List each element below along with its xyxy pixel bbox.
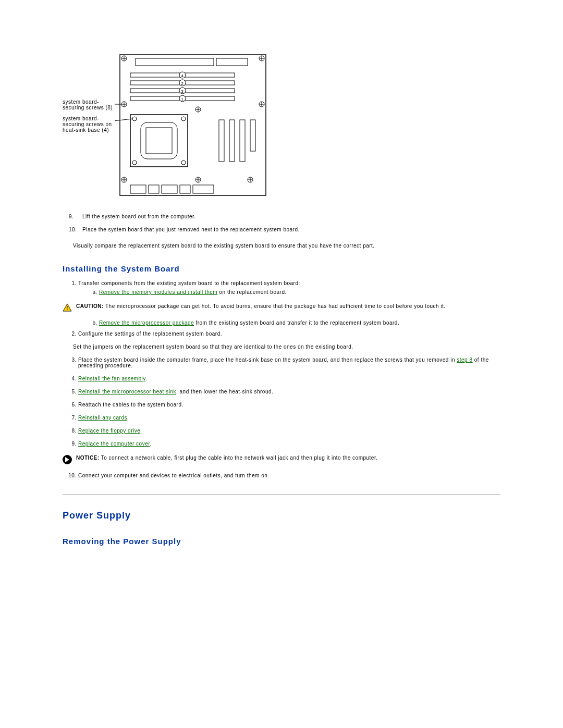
notice-note: NOTICE: To connect a network cable, firs… — [63, 455, 500, 464]
notice-icon — [63, 455, 72, 464]
section-divider — [63, 494, 500, 495]
install-step-10: Connect your computer and devices to ele… — [78, 473, 500, 478]
svg-rect-25 — [250, 120, 255, 151]
svg-rect-28 — [162, 185, 177, 193]
svg-rect-22 — [219, 120, 224, 162]
notice-text: To connect a network cable, first plug t… — [100, 455, 378, 461]
motherboard-diagram-svg: 4 2 3 1 — [115, 52, 271, 198]
svg-line-56 — [115, 119, 132, 121]
step-text: Place the system board that you just rem… — [82, 227, 300, 232]
svg-rect-24 — [240, 120, 245, 162]
step-text: Lift the system board out from the compu… — [82, 214, 196, 219]
svg-point-20 — [132, 161, 137, 165]
svg-rect-1 — [136, 58, 214, 66]
svg-rect-30 — [193, 185, 214, 193]
install-step-8: Replace the floppy drive. — [78, 428, 500, 434]
caution-text: The microprocessor package can get hot. … — [104, 303, 446, 309]
svg-rect-26 — [130, 185, 146, 193]
install-step-4: Reinstall the fan assembly. — [78, 376, 500, 381]
reinstall-heatsink-link[interactable]: Reinstall the microprocessor heat sink — [78, 389, 176, 394]
replace-cover-link[interactable]: Replace the computer cover — [78, 441, 150, 447]
install-step-1: Transfer components from the existing sy… — [78, 280, 500, 295]
svg-point-18 — [132, 117, 137, 121]
install-steps: Transfer components from the existing sy… — [63, 280, 500, 295]
step-8-link[interactable]: step 8 — [457, 357, 472, 363]
svg-point-19 — [181, 117, 186, 121]
power-supply-heading: Power Supply — [63, 510, 500, 521]
caution-note: ! CAUTION: The microprocessor package ca… — [63, 303, 500, 312]
reinstall-cards-link[interactable]: Reinstall any cards — [78, 415, 127, 421]
step-number: 9. — [69, 214, 82, 219]
svg-rect-29 — [180, 185, 190, 193]
install-step-5: Reinstall the microprocessor heat sink, … — [78, 389, 500, 394]
jumper-note: Set the jumpers on the replacement syste… — [73, 344, 500, 350]
step-text: Transfer components from the existing sy… — [78, 280, 300, 286]
install-step-7: Reinstall any cards. — [78, 415, 500, 421]
svg-text:4: 4 — [181, 73, 184, 78]
svg-text:2: 2 — [181, 81, 184, 86]
system-board-diagram: system board-securing screws (8) system … — [63, 52, 500, 198]
svg-text:1: 1 — [181, 97, 184, 102]
svg-rect-17 — [146, 128, 172, 154]
notice-label: NOTICE: — [76, 455, 100, 461]
step-text: Place the system board inside the comput… — [78, 357, 457, 363]
remove-microprocessor-link[interactable]: Remove the microprocessor package — [99, 320, 194, 326]
install-step-1b: Remove the microprocessor package from t… — [99, 320, 500, 326]
svg-rect-27 — [149, 185, 159, 193]
caution-icon: ! — [63, 303, 72, 312]
step-9: 9. Lift the system board out from the co… — [69, 214, 500, 219]
svg-text:!: ! — [66, 305, 68, 311]
install-step-3: Place the system board inside the comput… — [78, 357, 500, 368]
svg-rect-2 — [216, 58, 248, 66]
removing-power-supply-heading: Removing the Power Supply — [63, 537, 500, 546]
step-text: on the replacement board. — [217, 289, 287, 295]
replace-floppy-link[interactable]: Replace the floppy drive — [78, 428, 140, 434]
install-step-6: Reattach the cables to the system board. — [78, 402, 500, 408]
callout-label-2: system board-securing screws on heat-sin… — [63, 116, 115, 133]
svg-text:3: 3 — [181, 89, 184, 94]
diagram-callouts: system board-securing screws (8) system … — [63, 52, 115, 133]
install-step-2: Configure the settings of the replacemen… — [78, 331, 500, 337]
callout-label-1: system board-securing screws (8) — [63, 99, 115, 110]
step-10: 10. Place the system board that you just… — [69, 227, 500, 232]
step-text: from the existing system board and trans… — [194, 320, 399, 326]
step-number: 10. — [69, 227, 82, 232]
caution-label: CAUTION: — [76, 303, 104, 309]
compare-note: Visually compare the replacement system … — [73, 243, 500, 249]
reinstall-fan-link[interactable]: Reinstall the fan assembly — [78, 376, 145, 381]
svg-point-21 — [181, 161, 186, 165]
svg-rect-23 — [229, 120, 235, 162]
install-step-1a: Remove the memory modules and install th… — [99, 289, 500, 295]
install-step-9: Replace the computer cover. — [78, 441, 500, 447]
remove-memory-link[interactable]: Remove the memory modules and install th… — [99, 289, 217, 295]
installing-heading: Installing the System Board — [63, 264, 500, 273]
document-page: system board-securing screws (8) system … — [0, 0, 563, 728]
